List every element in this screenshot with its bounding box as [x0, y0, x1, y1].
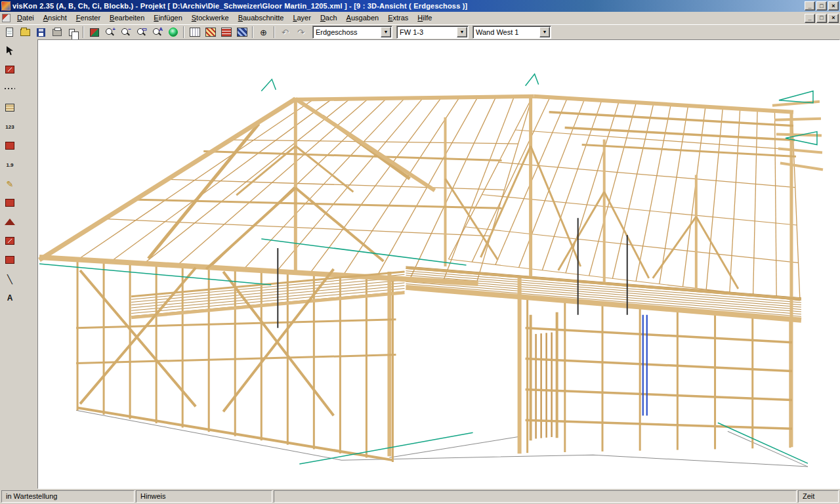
line-tool-button[interactable]: ╲	[2, 272, 18, 286]
menu-datei[interactable]: Datei	[12, 12, 39, 24]
dimension-tool-button[interactable]: 1.9	[2, 158, 18, 172]
zoom-in-button[interactable]: +	[102, 26, 117, 39]
tool-palette: 123 1.9 ✎ ╲ A	[0, 39, 37, 489]
restore-button[interactable]: □	[816, 1, 827, 10]
toolbar-separator	[252, 26, 253, 38]
mdi-document-icon[interactable]	[2, 14, 10, 22]
print-icon	[52, 29, 62, 36]
zoom-out-button[interactable]: −	[118, 26, 133, 39]
new-file-button[interactable]	[2, 26, 17, 39]
timber-frame	[39, 98, 801, 460]
menu-stockwerke[interactable]: Stockwerke	[187, 12, 234, 24]
ladder-rungs	[531, 332, 557, 440]
menu-extras[interactable]: Extras	[383, 12, 413, 24]
hatch-tool-button[interactable]	[2, 100, 18, 115]
status-message	[274, 490, 797, 503]
text-tool-button[interactable]: A	[2, 291, 18, 305]
save-icon	[37, 28, 45, 37]
wall-group-combo[interactable]: FW 1-3 ▼	[396, 26, 469, 39]
shaded-view-button[interactable]	[219, 26, 234, 39]
chevron-down-icon[interactable]: ▼	[539, 27, 550, 37]
menu-einfuegen[interactable]: Einfügen	[149, 12, 186, 24]
toolbar-separator	[274, 26, 275, 38]
zoom-all-button[interactable]: A	[150, 26, 165, 39]
toolbar-separator	[183, 26, 184, 38]
toolbar-separator	[83, 26, 84, 38]
copy-icon	[69, 29, 75, 36]
3d-viewport[interactable]	[37, 39, 840, 489]
main-toolbar: + − ▭ A ⊕ ↶ ↷ Erdgeschoss ▼ FW 1-3 ▼ Wan…	[0, 24, 840, 39]
app-icon	[1, 1, 10, 10]
storey-combo[interactable]: Erdgeschoss ▼	[312, 26, 392, 39]
textured-view-icon	[237, 28, 247, 37]
menu-fenster[interactable]: Fenster	[72, 12, 105, 24]
pencil-tool-button[interactable]: ✎	[2, 177, 18, 191]
minimize-button[interactable]: _	[805, 1, 815, 10]
menu-bar: Datei Ansicht Fenster Bearbeiten Einfüge…	[0, 12, 840, 24]
open-file-button[interactable]	[18, 26, 33, 39]
render-mode-button[interactable]	[165, 26, 180, 39]
text-tool-icon: A	[7, 293, 13, 303]
numbering-tool-button[interactable]: 123	[2, 119, 18, 134]
wall-tool-icon	[5, 199, 14, 207]
pointer-icon	[7, 46, 14, 55]
menu-layer[interactable]: Layer	[288, 12, 316, 24]
mdi-close-button[interactable]: ×	[828, 14, 839, 23]
zoom-out-icon: −	[121, 28, 131, 37]
undo-icon: ↶	[282, 28, 289, 37]
color-view-button[interactable]	[87, 26, 102, 39]
pencil-tool-icon: ✎	[7, 180, 14, 188]
menu-hilfe[interactable]: Hilfe	[413, 12, 436, 24]
workspace: 123 1.9 ✎ ╲ A	[0, 39, 840, 489]
redo-button[interactable]: ↷	[293, 26, 308, 39]
mdi-minimize-button[interactable]: _	[805, 14, 815, 23]
status-bar: in Wartestellung Hinweis Zeit	[0, 489, 840, 504]
textured-view-button[interactable]	[234, 26, 249, 39]
menu-ausgaben[interactable]: Ausgaben	[342, 12, 384, 24]
wall-tool-button[interactable]	[2, 196, 18, 210]
near-roof-rafters	[43, 98, 532, 282]
select-tool-button[interactable]	[2, 43, 18, 58]
center-view-button[interactable]: ⊕	[256, 26, 271, 39]
paint-tool-button[interactable]	[2, 253, 18, 267]
stamp-tool-button[interactable]	[2, 234, 18, 248]
open-folder-icon	[20, 29, 30, 36]
numbering-tool-icon: 123	[5, 124, 14, 130]
left-wall-studs	[77, 260, 392, 462]
component-tool-button[interactable]	[2, 138, 18, 153]
right-wall-studs	[528, 297, 790, 453]
save-button[interactable]	[33, 26, 49, 39]
roof-tool-button[interactable]	[2, 215, 18, 229]
construction-line-tool-button[interactable]	[2, 81, 18, 96]
chevron-down-icon[interactable]: ▼	[457, 27, 467, 37]
zoom-window-button[interactable]: ▭	[134, 26, 149, 39]
paint-tool-icon	[5, 256, 14, 264]
roof-edges	[39, 96, 823, 260]
hidden-line-view-button[interactable]	[203, 26, 218, 39]
menu-dach[interactable]: Dach	[316, 12, 342, 24]
wireframe-view-icon	[190, 28, 200, 37]
undo-button[interactable]: ↶	[278, 26, 293, 39]
component-tool-icon	[5, 142, 14, 150]
near-roof-purlins	[43, 98, 532, 282]
hatch-tool-icon	[5, 104, 14, 112]
section-tool-button[interactable]	[2, 62, 18, 77]
menu-bearbeiten[interactable]: Bearbeiten	[105, 12, 149, 24]
section-tool-icon	[5, 66, 14, 74]
copy-button[interactable]	[65, 26, 80, 39]
shaded-view-icon	[221, 28, 232, 37]
stamp-tool-icon	[5, 237, 14, 245]
mdi-restore-button[interactable]: □	[816, 14, 827, 23]
wall-combo[interactable]: Wand West 1 ▼	[472, 26, 551, 39]
close-button[interactable]: ×	[828, 1, 839, 10]
menu-ansicht[interactable]: Ansicht	[39, 12, 72, 24]
crosshair-icon: ⊕	[260, 28, 267, 37]
print-button[interactable]	[49, 26, 64, 39]
menu-bauabschnitte[interactable]: Bauabschnitte	[234, 12, 289, 24]
chevron-down-icon[interactable]: ▼	[381, 27, 391, 37]
wireframe-view-button[interactable]	[187, 26, 202, 39]
zoom-window-icon: ▭	[136, 28, 146, 37]
status-time: Zeit	[798, 490, 839, 503]
storey-combo-value: Erdgeschoss	[313, 28, 381, 36]
wall-combo-value: Wand West 1	[473, 28, 539, 36]
